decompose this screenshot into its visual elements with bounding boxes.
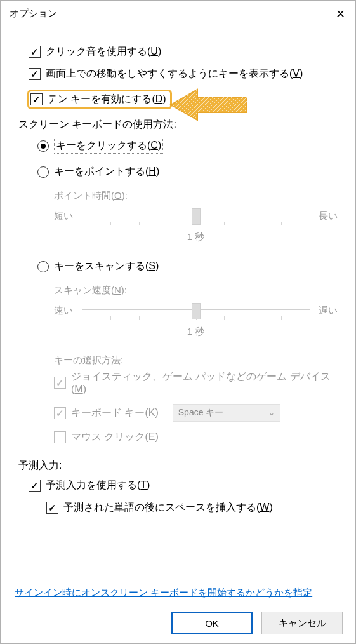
scan-method-label: キーの選択方法:: [54, 354, 338, 366]
checkbox-mouse-click: マウス クリック(E): [54, 431, 338, 444]
checkbox-label: テン キーを有効にする(D): [48, 93, 166, 106]
close-button[interactable]: ✕: [325, 1, 355, 27]
scan-speed-slider: 速い 遅い: [54, 299, 338, 322]
checkbox-icon: [46, 502, 58, 514]
checkbox-numpad[interactable]: テン キーを有効にする(D): [27, 90, 172, 109]
scan-key-combo: Space キー ⌄: [173, 404, 280, 422]
scan-speed-label: スキャン速度(N):: [54, 285, 338, 297]
checkbox-icon: [54, 431, 66, 443]
checkbox-icon: [54, 377, 66, 389]
checkbox-label: クリック音を使用する(U): [46, 45, 161, 58]
checkbox-use-predict[interactable]: 予測入力を使用する(T): [29, 479, 338, 492]
checkbox-icon: [29, 480, 41, 492]
checkbox-label: キーボード キー(K): [71, 406, 159, 420]
checkbox-label: 予測入力を使用する(T): [46, 479, 150, 492]
checkbox-label: 画面上での移動をしやすくするようにキーを表示する(V): [46, 67, 303, 81]
checkbox-predict-space[interactable]: 予測された単語の後にスペースを挿入する(W): [46, 501, 338, 514]
signin-osk-link[interactable]: サインイン時にオンスクリーン キーボードを開始するかどうかを指定: [15, 587, 312, 599]
radio-icon: [37, 166, 49, 178]
group-predict: 予測入力:: [18, 459, 338, 473]
ok-button[interactable]: OK: [171, 612, 253, 634]
checkbox-label: マウス クリック(E): [71, 431, 159, 444]
hover-time-label: ポイント時間(O):: [54, 190, 338, 202]
window-title: オプション: [10, 8, 325, 20]
radio-label: キーをポイントする(H): [54, 165, 159, 178]
radio-icon: [37, 261, 49, 272]
checkbox-label: ジョイスティック、ゲーム パッドなどのゲーム デバイス(M): [71, 370, 338, 395]
slider-max-label: 長い: [310, 210, 338, 222]
radio-scan[interactable]: キーをスキャンする(S): [37, 260, 338, 273]
checkbox-show-keys[interactable]: 画面上での移動をしやすくするようにキーを表示する(V): [29, 67, 338, 81]
checkbox-icon: [29, 68, 41, 80]
chevron-down-icon: ⌄: [268, 408, 275, 417]
radio-label: キーをスキャンする(S): [54, 260, 159, 273]
checkbox-icon: [29, 46, 41, 58]
hover-time-slider: 短い 長い: [54, 205, 338, 227]
scan-speed-value: 1 秒: [54, 326, 338, 338]
checkbox-label: 予測された単語の後にスペースを挿入する(W): [63, 501, 273, 514]
checkbox-icon: [54, 407, 66, 419]
slider-max-label: 遅い: [310, 305, 338, 317]
radio-label: キーをクリックする(C): [54, 138, 163, 154]
radio-icon: [37, 140, 49, 152]
checkbox-joystick: ジョイスティック、ゲーム パッドなどのゲーム デバイス(M): [54, 370, 338, 395]
slider-min-label: 短い: [54, 210, 82, 222]
close-icon: ✕: [336, 7, 345, 21]
radio-hover[interactable]: キーをポイントする(H): [37, 165, 338, 178]
slider-thumb: [192, 303, 201, 319]
checkbox-click-sound[interactable]: クリック音を使用する(U): [29, 45, 338, 58]
hover-time-value: 1 秒: [54, 231, 338, 243]
cancel-button[interactable]: キャンセル: [261, 612, 343, 634]
checkbox-keyboard-key: キーボード キー(K) Space キー ⌄: [54, 404, 338, 422]
slider-min-label: 速い: [54, 305, 82, 317]
group-usage: スクリーン キーボードの使用方法:: [18, 118, 338, 131]
combo-value: Space キー: [178, 407, 224, 419]
checkbox-icon: [30, 93, 43, 105]
slider-thumb: [192, 208, 201, 225]
radio-click[interactable]: キーをクリックする(C): [37, 138, 338, 154]
